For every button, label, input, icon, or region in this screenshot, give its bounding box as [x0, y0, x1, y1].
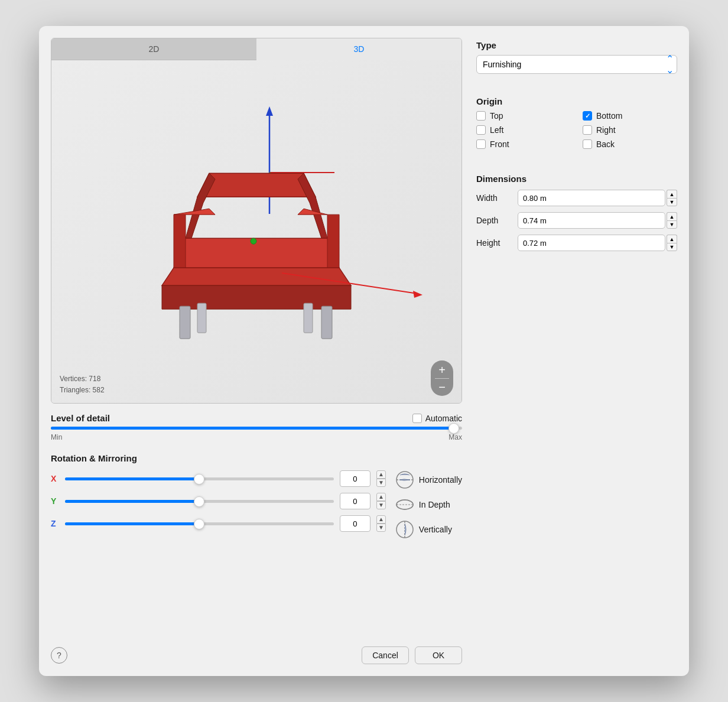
y-stepper-down[interactable]: ▼ — [376, 501, 386, 509]
origin-left-label: Left — [490, 125, 503, 135]
depth-stepper: ▲ ▼ — [667, 212, 677, 229]
width-stepper-up[interactable]: ▲ — [667, 190, 677, 198]
lod-slider-track — [51, 427, 462, 430]
origin-label: Origin — [476, 96, 677, 106]
y-stepper: ▲ ▼ — [376, 493, 386, 509]
width-stepper-down[interactable]: ▼ — [667, 198, 677, 206]
lod-header: Level of detail Automatic — [51, 413, 462, 423]
lod-slider-labels: Min Max — [51, 433, 462, 441]
origin-left-checkbox[interactable] — [476, 125, 486, 135]
lod-max-label: Max — [448, 433, 462, 441]
svg-point-14 — [396, 500, 413, 509]
lod-section: Level of detail Automatic Min Max — [51, 413, 462, 441]
z-stepper-down[interactable]: ▼ — [376, 524, 386, 532]
depth-stepper-up[interactable]: ▲ — [667, 212, 677, 220]
origin-bottom-checkbox[interactable] — [583, 111, 592, 121]
origin-bottom-label: Bottom — [596, 111, 622, 121]
origin-top-checkbox[interactable] — [476, 111, 486, 121]
left-panel: 2D 3D — [51, 38, 462, 664]
svg-marker-11 — [413, 291, 422, 298]
x-slider-track — [65, 477, 334, 480]
x-slider-thumb[interactable] — [194, 474, 204, 485]
x-slider-fill — [65, 477, 199, 480]
mirror-vertically-btn[interactable]: Vertically — [395, 520, 462, 539]
width-label: Width — [476, 193, 518, 203]
origin-grid: Top Bottom Left Right — [476, 111, 677, 149]
lod-automatic-label[interactable]: Automatic — [412, 414, 462, 423]
lod-automatic-checkbox[interactable] — [412, 414, 422, 423]
tab-3d[interactable]: 3D — [256, 38, 462, 60]
origin-section: Origin Top Bottom Left — [476, 96, 677, 149]
mirror-in-depth-btn[interactable]: In Depth — [395, 495, 462, 514]
dialog: 2D 3D — [39, 26, 689, 676]
z-value-input[interactable]: 0 — [340, 515, 370, 532]
rotation-section: Rotation & Mirroring X 0 ▲ ▼ — [51, 453, 462, 539]
axis-y-label: Y — [51, 496, 59, 506]
lod-slider-fill — [51, 427, 454, 430]
svg-rect-8 — [304, 303, 313, 333]
origin-front-label: Front — [490, 139, 509, 149]
origin-back-item[interactable]: Back — [583, 139, 677, 149]
height-stepper-down[interactable]: ▼ — [667, 243, 677, 251]
mirror-horizontally-btn[interactable]: Horizontally — [395, 470, 462, 489]
lod-min-label: Min — [51, 433, 62, 441]
origin-right-label: Right — [596, 125, 616, 135]
origin-top-item[interactable]: Top — [476, 111, 571, 121]
z-slider-track — [65, 522, 334, 525]
width-row: Width ▲ ▼ — [476, 190, 677, 206]
depth-input[interactable] — [518, 212, 665, 229]
x-stepper-up[interactable]: ▲ — [376, 470, 386, 479]
x-stepper-down[interactable]: ▼ — [376, 479, 386, 487]
y-slider-thumb[interactable] — [194, 496, 204, 507]
y-value-input[interactable]: 0 — [340, 493, 370, 509]
axis-z-label: Z — [51, 519, 59, 528]
lod-automatic-text: Automatic — [425, 414, 462, 423]
type-section: Type Furnishing Wall Floor Ceiling Door … — [476, 40, 677, 74]
height-label: Height — [476, 238, 518, 248]
width-input[interactable] — [518, 190, 665, 206]
ok-button[interactable]: OK — [415, 646, 462, 664]
svg-rect-6 — [321, 306, 332, 339]
origin-left-item[interactable]: Left — [476, 125, 571, 135]
origin-front-checkbox[interactable] — [476, 139, 486, 149]
rotation-x-row: X 0 ▲ ▼ — [51, 470, 386, 487]
axis-x-label: X — [51, 474, 59, 483]
zoom-control[interactable]: + − — [431, 360, 453, 396]
height-input[interactable] — [518, 235, 665, 251]
canvas-info: Vertices: 718 Triangles: 582 — [60, 373, 105, 396]
height-row: Height ▲ ▼ — [476, 235, 677, 251]
height-stepper-up[interactable]: ▲ — [667, 235, 677, 243]
dimensions-section: Dimensions Width ▲ ▼ Depth ▲ ▼ — [476, 174, 677, 257]
origin-top-label: Top — [490, 111, 503, 121]
y-stepper-up[interactable]: ▲ — [376, 493, 386, 501]
z-stepper-up[interactable]: ▲ — [376, 515, 386, 524]
help-button[interactable]: ? — [51, 647, 67, 664]
lod-slider-thumb[interactable] — [448, 423, 459, 434]
origin-right-item[interactable]: Right — [583, 125, 677, 135]
depth-row: Depth ▲ ▼ — [476, 212, 677, 229]
depth-stepper-down[interactable]: ▼ — [667, 220, 677, 229]
z-stepper: ▲ ▼ — [376, 515, 386, 532]
origin-bottom-item[interactable]: Bottom — [583, 111, 677, 121]
x-value-input[interactable]: 0 — [340, 470, 370, 487]
action-buttons: Cancel OK — [362, 646, 462, 664]
rotation-sliders: X 0 ▲ ▼ Y — [51, 470, 386, 539]
origin-right-checkbox[interactable] — [583, 125, 592, 135]
preview-canvas: Vertices: 718 Triangles: 582 + − — [51, 60, 462, 403]
origin-front-item[interactable]: Front — [476, 139, 571, 149]
type-select[interactable]: Furnishing Wall Floor Ceiling Door Windo… — [476, 55, 677, 74]
cancel-button[interactable]: Cancel — [362, 646, 409, 664]
z-slider-fill — [65, 522, 199, 525]
zoom-out-icon[interactable]: − — [438, 381, 446, 393]
zoom-in-icon[interactable]: + — [438, 364, 446, 376]
mirror-horizontally-icon — [395, 470, 414, 489]
width-stepper: ▲ ▼ — [667, 190, 677, 206]
mirror-vertically-label: Vertically — [419, 525, 452, 534]
mirror-in-depth-icon — [395, 495, 414, 514]
origin-back-checkbox[interactable] — [583, 139, 592, 149]
rotation-mirroring-row: X 0 ▲ ▼ Y — [51, 470, 462, 539]
tab-2d[interactable]: 2D — [51, 38, 256, 60]
mirror-horizontally-label: Horizontally — [419, 475, 462, 485]
mirror-vertically-icon — [395, 520, 414, 539]
z-slider-thumb[interactable] — [194, 519, 204, 529]
